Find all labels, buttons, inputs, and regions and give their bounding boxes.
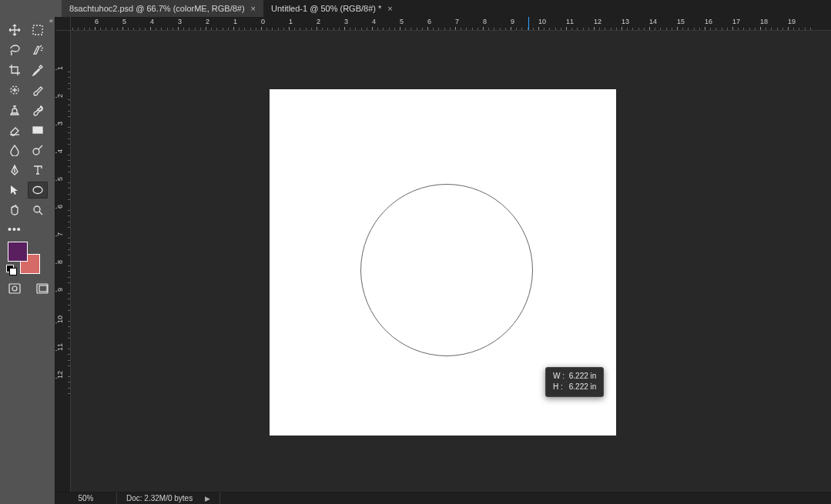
vertical-ruler[interactable]: 123456789101112 — [55, 31, 71, 492]
document-tab-label: 8sachtuhoc2.psd @ 66.7% (colorME, RGB/8#… — [69, 4, 245, 13]
ruler-origin[interactable] — [55, 17, 71, 31]
brush-tool[interactable] — [28, 82, 48, 98]
ruler-tick: 7 — [455, 18, 459, 25]
ruler-tick: 11 — [56, 343, 64, 351]
ruler-tick: 0 — [261, 18, 265, 25]
ruler-tick: 10 — [56, 315, 64, 323]
svg-rect-0 — [33, 25, 42, 35]
ruler-tick: 1 — [233, 18, 237, 25]
document-tab[interactable]: 8sachtuhoc2.psd @ 66.7% (colorME, RGB/8#… — [62, 0, 263, 17]
gradient-tool[interactable] — [28, 122, 48, 139]
svg-point-8 — [12, 286, 17, 291]
spot-healing-brush-tool[interactable] — [5, 82, 25, 98]
svg-rect-10 — [39, 285, 47, 292]
canvas-stage[interactable]: W : 6.222 in H : 6.222 in — [71, 31, 831, 492]
status-bar: 50% Doc: 2.32M/0 bytes ▶ — [55, 492, 831, 504]
ruler-tick: 3 — [178, 18, 182, 25]
move-tool[interactable] — [5, 22, 25, 38]
ruler-tick: 16 — [705, 18, 712, 25]
foreground-color-swatch[interactable] — [8, 242, 28, 262]
transform-measure-tooltip: W : 6.222 in H : 6.222 in — [545, 367, 604, 397]
close-tab-icon[interactable]: × — [387, 4, 392, 13]
document-info[interactable]: Doc: 2.32M/0 bytes ▶ — [117, 492, 220, 504]
document-tabs: 8sachtuhoc2.psd @ 66.7% (colorME, RGB/8#… — [0, 0, 831, 17]
edit-toolbar-icon[interactable]: ••• — [0, 222, 43, 240]
horizontal-ruler[interactable]: 7654321012345678910111213141516171819 — [71, 17, 831, 31]
close-tab-icon[interactable]: × — [251, 4, 256, 13]
ruler-tick: 8 — [483, 18, 487, 25]
ruler-tick: 2 — [317, 18, 320, 25]
expand-panel-icon[interactable]: « — [45, 17, 55, 26]
ruler-tick: 1 — [289, 18, 293, 25]
ruler-tick: 17 — [732, 18, 740, 25]
dodge-tool[interactable] — [28, 142, 48, 159]
blur-tool[interactable] — [5, 142, 25, 159]
measure-width-value: 6.222 in — [569, 372, 597, 380]
measure-height-label: H : — [553, 382, 567, 392]
document-info-chevron-icon[interactable]: ▶ — [205, 495, 210, 502]
ruler-tick: 15 — [677, 18, 685, 25]
path-selection-tool[interactable] — [5, 182, 25, 199]
ruler-tick: 9 — [511, 18, 514, 25]
clone-stamp-tool[interactable] — [5, 102, 25, 118]
svg-point-6 — [34, 206, 40, 212]
ruler-tick: 13 — [622, 18, 629, 25]
ruler-tick: 5 — [400, 18, 404, 25]
lasso-tool[interactable] — [5, 42, 25, 58]
ruler-tick: 12 — [594, 18, 601, 25]
quick-mask-mode-icon[interactable] — [8, 283, 22, 294]
ruler-tick: 2 — [56, 94, 64, 98]
ruler-tick: 6 — [95, 18, 99, 25]
ruler-tick: 8 — [56, 260, 64, 264]
ruler-tick: 1 — [56, 66, 64, 70]
ruler-tick: 18 — [760, 18, 768, 25]
workspace: 7654321012345678910111213141516171819 12… — [55, 17, 831, 492]
zoom-level[interactable]: 50% — [55, 492, 117, 504]
default-colors-icon[interactable] — [6, 265, 15, 274]
crop-tool[interactable] — [5, 62, 25, 78]
ruler-tick: 3 — [344, 18, 348, 25]
ruler-tick: 5 — [56, 177, 64, 181]
ruler-tick: 4 — [150, 18, 154, 25]
quick-selection-tool[interactable] — [28, 42, 48, 58]
pen-tool[interactable] — [5, 162, 25, 179]
tools-panel: « ••• — [0, 17, 55, 504]
ruler-tick: 5 — [122, 18, 126, 25]
svg-point-4 — [14, 171, 15, 172]
ellipse-tool[interactable] — [28, 182, 48, 199]
document-info-label: Doc: — [126, 494, 142, 502]
hand-tool[interactable] — [5, 202, 25, 219]
ruler-tick: 4 — [56, 149, 64, 153]
svg-point-3 — [33, 149, 39, 155]
ruler-tick: 4 — [372, 18, 376, 25]
ruler-tick: 6 — [56, 205, 64, 209]
screen-mode-icon[interactable] — [35, 283, 49, 294]
eyedropper-tool[interactable] — [28, 62, 48, 78]
document-tab[interactable]: Untitled-1 @ 50% (RGB/8#) * × — [263, 0, 400, 17]
ruler-tick: 10 — [538, 18, 546, 25]
ruler-tick: 9 — [56, 288, 64, 292]
ruler-guide-marker — [528, 17, 529, 31]
ruler-tick: 11 — [566, 18, 574, 25]
ellipse-shape-outline — [360, 184, 533, 356]
svg-point-5 — [33, 187, 42, 194]
ruler-tick: 19 — [788, 18, 796, 25]
zoom-tool[interactable] — [28, 202, 48, 219]
eraser-tool[interactable] — [5, 122, 25, 139]
history-brush-tool[interactable] — [28, 102, 48, 118]
tabbar-left-gap — [0, 0, 62, 17]
svg-rect-7 — [9, 284, 20, 293]
document-tab-label: Untitled-1 @ 50% (RGB/8#) * — [271, 4, 381, 13]
ruler-tick: 7 — [56, 232, 64, 236]
measure-width-label: W : — [553, 371, 567, 382]
ruler-tick: 12 — [56, 371, 64, 379]
ruler-tick: 6 — [427, 18, 431, 25]
document-info-value: 2.32M/0 bytes — [144, 494, 193, 502]
type-tool[interactable] — [28, 162, 48, 179]
ruler-tick: 3 — [56, 122, 64, 125]
measure-height-value: 6.222 in — [569, 382, 597, 391]
color-swatches[interactable] — [6, 242, 49, 277]
ruler-tick: 2 — [206, 18, 209, 25]
ruler-tick: 14 — [649, 18, 657, 25]
